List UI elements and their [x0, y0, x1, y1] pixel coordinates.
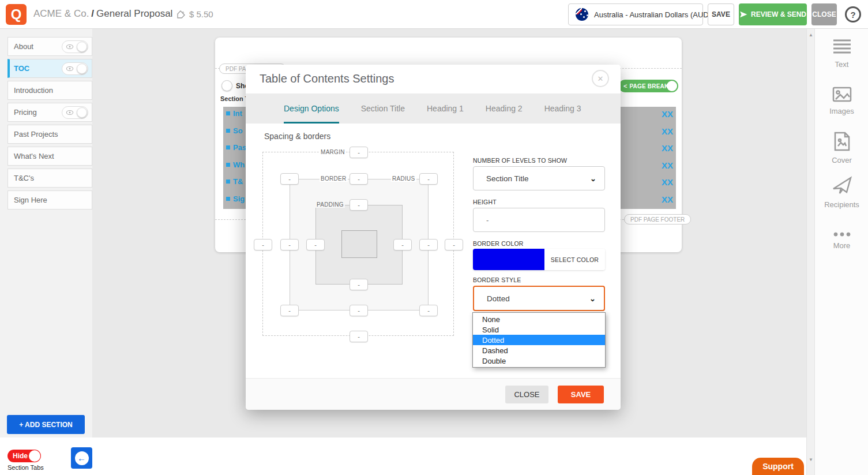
sidebar-item-sign-here[interactable]: Sign Here: [7, 190, 92, 210]
bullet-icon: [226, 129, 230, 133]
levels-label: NUMBER OF LEVELS TO SHOW: [473, 157, 605, 164]
padding-bottom-input[interactable]: [350, 279, 368, 290]
toc-entry-label: T&: [233, 177, 243, 186]
show-toggle[interactable]: [221, 80, 232, 91]
tool-recipients[interactable]: Recipients: [815, 176, 868, 209]
option-double[interactable]: Double: [473, 356, 605, 366]
tab-section-title[interactable]: Section Title: [361, 93, 405, 124]
padding-top-input[interactable]: [350, 199, 368, 211]
toggle-knob: [77, 107, 87, 118]
review-send-button[interactable]: REVIEW & SEND: [739, 3, 807, 25]
sidebar-item-past-projects[interactable]: Past Projects: [7, 125, 92, 144]
sidebar-item-label: Pricing: [14, 108, 37, 117]
chevron-down-icon: ⌄: [589, 294, 596, 303]
tab-design-options[interactable]: Design Options: [284, 93, 339, 124]
radius-bottom-right-input[interactable]: [419, 305, 438, 316]
border-color-swatch[interactable]: [473, 249, 544, 270]
sidebar-item-label: What's Next: [14, 152, 54, 160]
padding-left-input[interactable]: [306, 239, 325, 250]
modal-close-button[interactable]: CLOSE: [505, 386, 548, 403]
border-style-label: BORDER STYLE: [473, 276, 605, 283]
border-style-select[interactable]: Dotted ⌄: [473, 286, 605, 311]
radius-top-right-input[interactable]: [419, 173, 438, 185]
tab-heading-3[interactable]: Heading 3: [544, 93, 581, 124]
tool-images[interactable]: Images: [815, 87, 868, 115]
save-button[interactable]: SAVE: [708, 3, 734, 25]
sidebar-item-pricing[interactable]: Pricing: [7, 103, 92, 122]
border-right-input[interactable]: [419, 239, 438, 250]
close-document-button[interactable]: CLOSE: [811, 3, 837, 25]
visibility-toggle[interactable]: [62, 40, 88, 53]
margin-right-input[interactable]: [445, 239, 463, 250]
tool-cover[interactable]: Cover: [815, 132, 868, 164]
hide-toggle-label: Hide: [13, 452, 28, 460]
option-solid[interactable]: Solid: [473, 324, 605, 335]
tool-label: Images: [829, 107, 854, 115]
height-input[interactable]: [473, 208, 605, 232]
hide-section-tabs-toggle[interactable]: Hide: [7, 450, 41, 462]
tool-label: More: [833, 241, 851, 250]
bullet-icon: [226, 163, 230, 167]
section-list: About TOC Introduction Pricing: [0, 29, 92, 210]
modal-save-button[interactable]: SAVE: [558, 386, 604, 403]
vertical-scrollbar[interactable]: ▲ ▼: [806, 29, 814, 475]
image-icon: [832, 87, 852, 102]
sidebar-item-whats-next[interactable]: What's Next: [7, 147, 92, 166]
border-style-value: Dotted: [487, 294, 510, 303]
sidebar-item-about[interactable]: About: [7, 37, 92, 56]
box-model-diagram: MARGIN BORDER RADIUS PADDING: [262, 152, 454, 336]
border-color-row: SELECT COLOR: [473, 249, 605, 270]
chevron-left-icon: <: [623, 83, 627, 89]
option-none[interactable]: None: [473, 314, 605, 324]
border-bottom-input[interactable]: [350, 305, 368, 316]
scroll-up-icon[interactable]: ▲: [807, 32, 815, 38]
bullet-icon: [226, 179, 230, 184]
help-icon[interactable]: ?: [845, 6, 861, 23]
margin-top-input[interactable]: [350, 147, 368, 158]
radius-top-left-input[interactable]: [280, 173, 299, 185]
border-label: BORDER: [320, 175, 348, 182]
tool-text[interactable]: Text: [815, 38, 868, 69]
option-dashed[interactable]: Dashed: [473, 345, 605, 356]
currency-selector[interactable]: Australia - Australian Dollars (AUD) ▾: [568, 3, 703, 25]
bullet-icon: [226, 111, 230, 115]
collapse-sidebar-button[interactable]: ←: [71, 447, 92, 469]
support-button[interactable]: Support: [752, 458, 804, 475]
visibility-toggle[interactable]: [62, 62, 88, 75]
margin-label: MARGIN: [320, 149, 346, 155]
bullet-icon: [226, 197, 230, 201]
toc-entry-label: Wh: [233, 160, 245, 169]
option-dotted[interactable]: Dotted: [473, 335, 605, 345]
pdf-page-footer-pill[interactable]: PDF PAGE FOOTER: [624, 214, 691, 225]
tab-heading-2[interactable]: Heading 2: [486, 93, 523, 124]
company-name: ACME & Co.: [33, 8, 89, 19]
radius-bottom-left-input[interactable]: [280, 305, 299, 316]
content-box: [341, 230, 377, 258]
review-send-label: REVIEW & SEND: [751, 10, 806, 18]
margin-bottom-input[interactable]: [350, 331, 368, 342]
modal-close-icon[interactable]: ✕: [592, 70, 609, 87]
add-section-button[interactable]: + ADD SECTION: [7, 415, 85, 434]
border-left-input[interactable]: [280, 239, 299, 250]
app-logo-icon[interactable]: Q: [6, 4, 27, 25]
border-top-input[interactable]: [350, 173, 368, 185]
document-title[interactable]: General Proposal: [96, 8, 172, 19]
visibility-toggle[interactable]: [62, 106, 88, 119]
tab-heading-1[interactable]: Heading 1: [427, 93, 464, 124]
australia-flag-icon: [576, 8, 588, 21]
modal-title: Table of Contents Settings: [260, 72, 394, 85]
sidebar-item-tcs[interactable]: T&C's: [7, 169, 92, 188]
scroll-down-icon[interactable]: ▼: [807, 457, 815, 462]
select-color-button[interactable]: SELECT COLOR: [544, 249, 605, 270]
padding-right-input[interactable]: [393, 239, 412, 250]
tool-label: Cover: [832, 156, 852, 164]
toc-page-number: XX: [662, 143, 673, 153]
paper-plane-icon: [739, 10, 747, 18]
sidebar-item-toc[interactable]: TOC: [7, 59, 92, 78]
margin-left-input[interactable]: [254, 239, 272, 250]
toc-page-number: XX: [662, 126, 673, 136]
levels-select[interactable]: Section Title ⌄: [473, 166, 605, 190]
tool-more[interactable]: More: [815, 232, 868, 250]
page-break-toggle[interactable]: < PAGE BREAK: [619, 80, 678, 92]
sidebar-item-introduction[interactable]: Introduction: [7, 81, 92, 100]
